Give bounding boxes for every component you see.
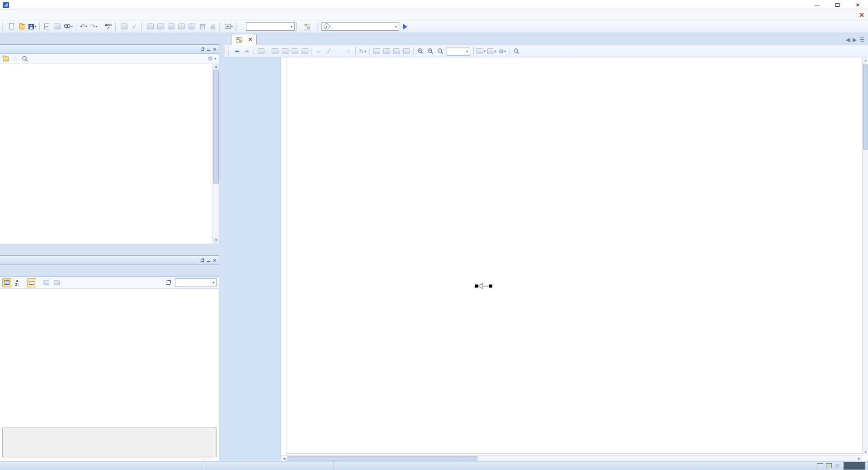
minimize-button[interactable]: — — [807, 0, 827, 10]
memory-monitor-icon[interactable] — [826, 463, 832, 468]
float-properties-icon[interactable] — [201, 259, 204, 262]
layout-button[interactable] — [382, 46, 392, 56]
diagram-tab-strip: ✕ ◀ ▶ ☰ — [225, 33, 868, 45]
show-grid-button[interactable]: ▾ — [476, 46, 486, 56]
diagram-tab[interactable]: ✕ — [231, 34, 257, 45]
delete-button[interactable] — [300, 46, 310, 56]
customize-properties-button[interactable] — [164, 278, 173, 287]
diagram-options-gear-button[interactable]: ⚙▾ — [497, 46, 507, 56]
canvas-horizontal-scrollbar[interactable]: ◀ ▶ — [281, 455, 862, 461]
float-panel-icon[interactable] — [201, 48, 204, 51]
diagram-properties-icon — [487, 48, 494, 54]
minimize-panel-icon[interactable] — [207, 50, 210, 51]
scroll-up-icon[interactable]: ▲ — [213, 64, 219, 70]
properties-mode-select[interactable]: ▾ — [175, 278, 217, 287]
undo-button[interactable]: ↶▾ — [78, 21, 89, 32]
collab-commit-button[interactable] — [156, 21, 166, 32]
close-diagram-tab-icon[interactable]: ✕ — [248, 37, 252, 42]
canvas-scroll-up-icon[interactable]: ▲ — [863, 57, 868, 63]
scroll-down-icon[interactable]: ▼ — [213, 237, 219, 244]
diagram-canvas[interactable]: ▲ ▼ ◀ ▶ — [281, 57, 868, 461]
categorized-view-button[interactable] — [2, 278, 11, 287]
memory-usage-indicator[interactable] — [844, 462, 865, 470]
line-style-rectilinear-button[interactable]: ⌐ — [314, 46, 324, 56]
zoom-level-select[interactable]: ▾ — [447, 47, 470, 56]
tree-scrollbar[interactable]: ▲ ▼ — [212, 64, 219, 244]
collab-update-button[interactable] — [145, 21, 156, 32]
cut-button[interactable] — [290, 46, 300, 56]
close-button[interactable]: ✕ — [848, 0, 868, 10]
prev-diagram-icon[interactable]: ◀ — [846, 37, 850, 43]
close-properties-icon[interactable]: × — [213, 258, 216, 263]
open-project-button[interactable] — [17, 21, 27, 32]
next-diagram-icon[interactable]: ▶ — [853, 37, 857, 43]
close-project-icon[interactable]: ✕ — [859, 11, 864, 19]
zoom-in-button[interactable] — [415, 46, 425, 56]
open-in-tree-icon[interactable] — [3, 56, 9, 61]
zoom-out-icon — [427, 48, 434, 54]
maximize-button[interactable] — [827, 0, 848, 10]
collapse-all-button[interactable] — [52, 278, 61, 287]
show-description-button[interactable] — [27, 278, 36, 287]
background-tasks-gear-icon[interactable]: ⚙ — [835, 463, 840, 469]
zoom-fit-icon — [437, 48, 443, 54]
zoom-fit-button[interactable] — [435, 46, 445, 56]
generate-report-button[interactable]: ▾ — [223, 21, 234, 32]
diagram-search-button[interactable] — [511, 46, 521, 56]
find-button[interactable]: ▾ — [62, 21, 74, 32]
canvas-scroll-down-icon[interactable]: ▼ — [863, 449, 868, 455]
expand-all-button[interactable] — [42, 278, 51, 287]
nav-back-button[interactable]: ⬅ — [232, 46, 242, 56]
grid-button[interactable] — [372, 46, 382, 56]
paste-button[interactable] — [280, 46, 290, 56]
zoom-out-button[interactable] — [425, 46, 435, 56]
check-icon: ✓ — [132, 24, 137, 29]
readme-select[interactable]: i ▾ — [321, 22, 399, 31]
show-model-button[interactable] — [256, 46, 266, 56]
sort-alphabetically-button[interactable]: AZ↓ — [13, 278, 22, 287]
close-panel-icon[interactable]: × — [213, 47, 216, 52]
spelling-button[interactable]: ABC✓ — [103, 21, 113, 32]
validate-button[interactable] — [119, 21, 129, 32]
run-readme-button[interactable] — [399, 21, 410, 32]
favorites-icon[interactable]: ☆ — [13, 56, 18, 61]
canvas-scroll-left-icon[interactable]: ◀ — [281, 456, 287, 461]
line-style-curve-button[interactable]: ⌒ — [334, 46, 344, 56]
left-panel: × ☆ ⚙ ▾ ▲ ▼ × — [0, 33, 219, 461]
lock-button[interactable] — [208, 21, 218, 32]
swimlane-button[interactable] — [392, 46, 401, 56]
nav-forward-button[interactable]: ➡ — [242, 46, 252, 56]
notification-window-icon[interactable] — [817, 463, 823, 468]
print-button[interactable] — [52, 21, 62, 32]
generalization-connector[interactable] — [474, 282, 493, 290]
minimize-properties-icon[interactable] — [207, 261, 210, 262]
save-project-button[interactable]: ▾ — [27, 21, 38, 32]
app-icon — [3, 2, 9, 8]
line-style-oblique-button[interactable]: ╱ — [324, 46, 334, 56]
frame-icon — [403, 48, 410, 54]
perspective-select[interactable]: ▾ — [246, 22, 295, 31]
tree-search-icon[interactable] — [22, 56, 28, 62]
collab-save-icon — [200, 24, 205, 29]
new-project-button[interactable] — [6, 21, 17, 32]
tree-options-gear-icon[interactable]: ⚙ — [208, 56, 213, 61]
collab-revert-button[interactable] — [166, 21, 176, 32]
curve-icon: ⌒ — [336, 48, 341, 54]
canvas-vertical-scrollbar[interactable]: ▲ ▼ — [862, 57, 868, 455]
diagram-list-icon[interactable]: ☰ — [859, 37, 864, 43]
copy-button[interactable] — [270, 46, 280, 56]
path-button[interactable]: ⑃ — [344, 46, 354, 56]
frame-button[interactable] — [401, 46, 411, 56]
redo-button[interactable]: ↷▾ — [89, 21, 99, 32]
canvas-scroll-right-icon[interactable]: ▶ — [856, 456, 862, 461]
create-diagram-button[interactable] — [300, 22, 316, 32]
diagram-properties-button[interactable]: ▾ — [486, 46, 497, 56]
print-preview-button[interactable] — [42, 21, 52, 32]
collab-branch-button[interactable] — [176, 21, 187, 32]
tree-options-caret-icon[interactable]: ▾ — [214, 56, 216, 61]
check-syntax-button[interactable]: ✓ — [129, 21, 140, 32]
pencil-button[interactable]: ✎▾ — [358, 46, 368, 56]
collab-merge-button[interactable] — [187, 21, 197, 32]
collab-save-button[interactable] — [197, 21, 208, 32]
panel-splitter[interactable] — [219, 33, 225, 461]
